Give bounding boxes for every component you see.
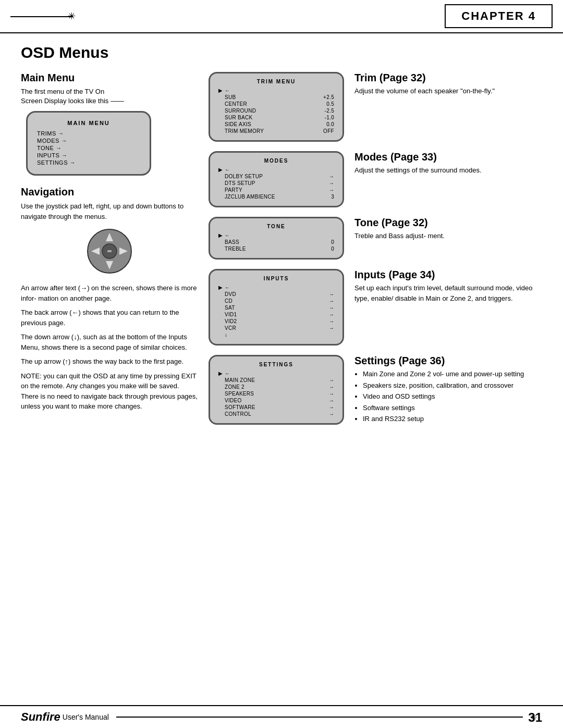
settings-menu-row: SETTINGS ▶ ← MAIN ZONE → ZONE 2 [209, 355, 542, 425]
tone-screen-wrap: TONE ▶ ← BASS 0 TREBLE [209, 217, 344, 260]
tone-item-bass: BASS 0 [225, 239, 334, 245]
trim-page-ref: Trim (Page 32) Adjust the volume of each… [354, 72, 542, 96]
modes-items: ← DOLBY SETUP → DTS SETUP → [225, 167, 334, 201]
settings-item-mainzone: MAIN ZONE → [225, 377, 334, 383]
arrow-desc-up: The up arrow (↑) shows the way back to t… [21, 356, 198, 367]
inputs-item-sat: SAT → [225, 305, 334, 311]
joystick-pad [86, 228, 133, 275]
joystick-container [21, 228, 198, 275]
trim-screen: TRIM MENU ▶ ← SUB +2.5 CENTER [209, 72, 344, 142]
tone-back-arrow: ← [225, 232, 334, 238]
inputs-menu-row: INPUTS ▶ ← DVD → CD [209, 269, 542, 346]
inputs-screen-body: ▶ ← DVD → CD → [218, 285, 334, 339]
tone-cursor: ▶ [218, 232, 225, 238]
settings-back-arrow: ← [225, 371, 334, 376]
settings-bullet-2: Speakers size, position, calibration, an… [363, 380, 542, 391]
settings-bullet-1: Main Zone and Zone 2 vol- ume and power-… [363, 369, 542, 379]
tone-screen: TONE ▶ ← BASS 0 TREBLE [209, 217, 344, 260]
trim-screen-wrap: TRIM MENU ▶ ← SUB +2.5 CENTER [209, 72, 344, 142]
trim-page-ref-desc: Adjust the volume of each speaker "on-th… [354, 86, 542, 96]
main-menu-title: Main Menu [21, 72, 198, 84]
trim-back-arrow: ← [225, 88, 334, 93]
brand-name: Sunfire [21, 710, 60, 723]
settings-bullet-3: Video and OSD settings [363, 391, 542, 402]
inputs-item-vid2: VID2 → [225, 318, 334, 324]
modes-item-jzclub: JZCLUB AMBIENCE 3 [225, 194, 334, 200]
modes-page-ref: Modes (Page 33) Adjust the settings of t… [354, 151, 542, 176]
settings-cursor: ▶ [218, 371, 225, 376]
settings-bullet-5: IR and RS232 setup [363, 414, 542, 424]
settings-items: ← MAIN ZONE → ZONE 2 → SP [225, 371, 334, 418]
settings-screen: SETTINGS ▶ ← MAIN ZONE → ZONE 2 [209, 355, 344, 425]
tone-item-treble: TREBLE 0 [225, 246, 334, 252]
trim-page-ref-title: Trim (Page 32) [354, 72, 542, 84]
trim-item-memory: TRIM MEMORY OFF [225, 128, 334, 134]
main-menu-screen-title: MAIN MENU [37, 120, 140, 126]
trim-item-surround: SURROUND -2.5 [225, 108, 334, 114]
page-title: OSD Menus [21, 44, 542, 61]
settings-page-ref-desc: Main Zone and Zone 2 vol- ume and power-… [354, 369, 542, 424]
modes-back-arrow: ← [225, 167, 334, 172]
inputs-screen-wrap: INPUTS ▶ ← DVD → CD [209, 269, 344, 346]
trim-menu-row: TRIM MENU ▶ ← SUB +2.5 CENTER [209, 72, 542, 142]
main-menu-desc-line2: Screen Display looks like this [21, 97, 108, 105]
navigation-title: Navigation [21, 186, 198, 198]
trim-screen-body: ▶ ← SUB +2.5 CENTER 0.5 [218, 88, 334, 135]
main-menu-screen: MAIN MENU TRIMS → MODES → TONE → INPUTS … [26, 111, 151, 176]
main-menu-desc-line1: The first menu of the TV On [21, 88, 104, 95]
main-menu-item-trims: TRIMS → [37, 130, 140, 137]
settings-item-control: CONTROL → [225, 411, 334, 417]
settings-item-software: SOFTWARE → [225, 404, 334, 410]
modes-screen-wrap: MODES ▶ ← DOLBY SETUP → DTS SETUP [209, 151, 344, 207]
settings-page-ref-title: Settings (Page 36) [354, 355, 542, 367]
inputs-cursor: ▶ [218, 285, 225, 290]
inputs-screen-title: INPUTS [218, 276, 334, 281]
settings-screen-wrap: SETTINGS ▶ ← MAIN ZONE → ZONE 2 [209, 355, 344, 425]
note-text: NOTE: you can quit the OSD at any time b… [21, 371, 198, 412]
trim-item-sideaxis: SIDE AXIS 0.0 [225, 121, 334, 127]
settings-item-zone2: ZONE 2 → [225, 384, 334, 390]
page-footer: Sunfire User's Manual ✳ 31 [0, 705, 563, 728]
page-body: OSD Menus Main Menu The first menu of th… [0, 33, 563, 455]
main-menu-item-inputs: INPUTS → [37, 152, 140, 158]
inputs-page-ref-title: Inputs (Page 34) [354, 269, 542, 281]
modes-screen: MODES ▶ ← DOLBY SETUP → DTS SETUP [209, 151, 344, 207]
main-menu-item-settings: SETTINGS → [37, 159, 140, 166]
page-number: 31 [528, 710, 542, 725]
main-menu-item-modes: MODES → [37, 138, 140, 144]
trim-cursor: ▶ [218, 88, 225, 93]
settings-screen-body: ▶ ← MAIN ZONE → ZONE 2 → [218, 371, 334, 418]
navigation-desc: Use the joystick pad left, right, up and… [21, 201, 198, 221]
chapter-label: CHAPTER 4 [445, 4, 553, 28]
inputs-item-cd: CD → [225, 298, 334, 304]
settings-item-video: VIDEO → [225, 398, 334, 403]
right-column: TRIM MENU ▶ ← SUB +2.5 CENTER [209, 72, 542, 435]
modes-screen-title: MODES [218, 158, 334, 164]
arrow-desc-left: The back arrow (←) shows that you can re… [21, 307, 198, 328]
navigation-section: Navigation Use the joystick pad left, ri… [21, 186, 198, 412]
inputs-item-dvd: DVD → [225, 291, 334, 297]
tone-menu-row: TONE ▶ ← BASS 0 TREBLE [209, 217, 542, 260]
modes-screen-body: ▶ ← DOLBY SETUP → DTS SETUP → [218, 167, 334, 201]
inputs-screen: INPUTS ▶ ← DVD → CD [209, 269, 344, 346]
tone-page-ref-title: Tone (Page 32) [354, 217, 542, 229]
trim-item-sub: SUB +2.5 [225, 94, 334, 100]
footer-line [116, 717, 523, 718]
settings-item-speakers: SPEAKERS → [225, 391, 334, 397]
main-menu-item-tone: TONE → [37, 145, 140, 151]
inputs-item-vid1: VID1 → [225, 312, 334, 317]
modes-menu-row: MODES ▶ ← DOLBY SETUP → DTS SETUP [209, 151, 542, 207]
manual-text: User's Manual [63, 713, 109, 721]
left-column: Main Menu The first menu of the TV On Sc… [21, 72, 198, 435]
arrow-desc-right: An arrow after text (→) on the screen, s… [21, 283, 198, 303]
chapter-number: 4 [529, 9, 536, 22]
page-header: ✳ CHAPTER 4 [0, 0, 563, 33]
header-left-line [10, 16, 73, 17]
content-row: Main Menu The first menu of the TV On Sc… [21, 72, 542, 435]
tone-screen-title: TONE [218, 224, 334, 229]
modes-item-party: PARTY → [225, 187, 334, 193]
trim-screen-title: TRIM MENU [218, 79, 334, 84]
tone-items: ← BASS 0 TREBLE 0 [225, 232, 334, 253]
inputs-item-vcr: VCR → [225, 325, 334, 331]
modes-cursor: ▶ [218, 167, 225, 172]
